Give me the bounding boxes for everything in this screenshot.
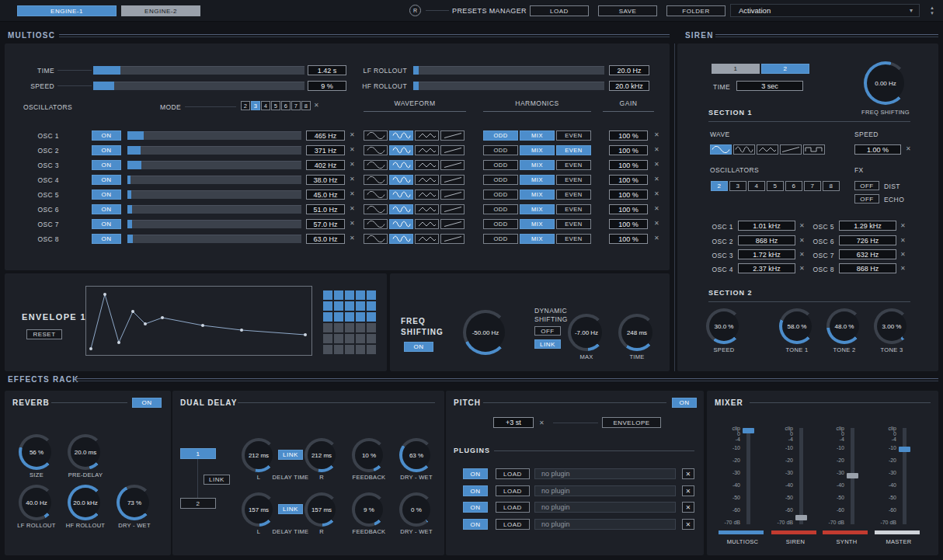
- close-icon[interactable]: ✕: [350, 146, 355, 154]
- plugin-load-button[interactable]: LOAD: [496, 502, 530, 513]
- spinner-down-icon[interactable]: ▼: [930, 11, 934, 16]
- plugin-remove-button[interactable]: ✕: [682, 519, 694, 530]
- harmonics-mix-button[interactable]: MIX: [520, 175, 555, 185]
- save-button[interactable]: SAVE: [598, 5, 657, 16]
- siren-osc-option-4[interactable]: 4: [748, 181, 765, 191]
- harmonics-even-button[interactable]: EVEN: [556, 204, 591, 214]
- osc-frequency-value[interactable]: 402 Hz: [306, 160, 345, 170]
- waveform-sine-button[interactable]: [364, 219, 388, 229]
- delay-lines-link-button[interactable]: LINK: [204, 475, 230, 485]
- fader-handle[interactable]: [899, 447, 910, 452]
- osc-frequency-slider[interactable]: [127, 220, 301, 228]
- siren-tone1-knob[interactable]: 58.0 %: [779, 308, 815, 344]
- siren-tab-1[interactable]: 1: [712, 64, 760, 74]
- osc-on-button[interactable]: ON: [92, 130, 121, 141]
- siren-osc-value[interactable]: 1.72 kHz: [738, 249, 795, 259]
- pitch-on-button[interactable]: ON: [672, 398, 697, 408]
- time-value[interactable]: 1.42 s: [308, 65, 346, 75]
- close-icon[interactable]: ✕: [799, 237, 805, 245]
- harmonics-even-button[interactable]: EVEN: [556, 219, 591, 229]
- reverb-hf-rollout-knob[interactable]: 20.0 kHz: [68, 485, 103, 520]
- siren-osc-value[interactable]: 1.01 kHz: [738, 221, 795, 231]
- harmonics-even-button[interactable]: EVEN: [556, 234, 591, 244]
- osc-on-button[interactable]: ON: [92, 160, 121, 170]
- r-button[interactable]: R: [409, 5, 421, 16]
- plugin-load-button[interactable]: LOAD: [496, 468, 530, 479]
- waveform-sine-button[interactable]: [364, 190, 388, 200]
- harmonics-odd-button[interactable]: ODD: [483, 204, 518, 214]
- delay1-feedback-knob[interactable]: 10 %: [352, 438, 386, 472]
- close-icon[interactable]: ✕: [654, 176, 659, 183]
- osc-frequency-value[interactable]: 57.0 Hz: [306, 219, 345, 229]
- osc-gain-value[interactable]: 100 %: [609, 145, 648, 155]
- waveform-ramp-button[interactable]: [440, 234, 465, 244]
- waveform-sine-button[interactable]: [364, 130, 388, 141]
- hf-rollout-slider[interactable]: [413, 82, 604, 90]
- close-icon[interactable]: ✕: [654, 220, 659, 228]
- siren-wave-sine-button[interactable]: [710, 144, 732, 155]
- waveform-triangle-button[interactable]: [415, 145, 439, 155]
- osc-frequency-value[interactable]: 38.0 Hz: [306, 175, 345, 185]
- siren-speed-value[interactable]: 1.00 %: [854, 144, 901, 155]
- close-icon[interactable]: ✕: [799, 265, 805, 273]
- waveform-ramp-button[interactable]: [440, 204, 465, 214]
- engine-1-tab[interactable]: ENGINE-1: [17, 5, 117, 16]
- lf-rollout-value[interactable]: 20.0 Hz: [609, 65, 649, 75]
- close-icon[interactable]: ✕: [350, 161, 355, 169]
- osc-frequency-slider[interactable]: [127, 176, 301, 184]
- siren-osc-option-3[interactable]: 3: [729, 181, 746, 191]
- harmonics-mix-button[interactable]: MIX: [520, 204, 555, 214]
- plugin-on-button[interactable]: ON: [463, 502, 488, 513]
- waveform-sine2-button[interactable]: [389, 130, 413, 141]
- plugin-remove-button[interactable]: ✕: [682, 502, 694, 513]
- close-icon[interactable]: ✕: [654, 190, 659, 198]
- osc-frequency-value[interactable]: 63.0 Hz: [306, 234, 345, 244]
- waveform-ramp-button[interactable]: [440, 130, 465, 141]
- plugin-name-field[interactable]: no plugin: [534, 519, 676, 530]
- harmonics-mix-button[interactable]: MIX: [520, 234, 555, 244]
- waveform-ramp-button[interactable]: [440, 145, 465, 155]
- close-icon[interactable]: ✕: [799, 222, 805, 230]
- close-icon[interactable]: ✕: [350, 131, 355, 139]
- waveform-sine2-button[interactable]: [389, 204, 413, 214]
- mode-option-5[interactable]: 5: [271, 101, 280, 110]
- envelope-step-grid[interactable]: [323, 290, 376, 354]
- siren-osc-value[interactable]: 726 Hz: [839, 235, 896, 245]
- siren-tone2-knob[interactable]: 48.0 %: [826, 308, 862, 344]
- osc-frequency-slider[interactable]: [127, 146, 301, 155]
- waveform-sine2-button[interactable]: [389, 160, 413, 170]
- plugin-name-field[interactable]: no plugin: [534, 468, 676, 479]
- mode-option-3[interactable]: 3: [251, 101, 260, 110]
- siren-speed-knob[interactable]: 30.0 %: [706, 308, 742, 344]
- osc-gain-value[interactable]: 100 %: [609, 234, 648, 244]
- close-icon[interactable]: ✕: [654, 131, 659, 139]
- waveform-triangle-button[interactable]: [415, 204, 439, 214]
- fader-handle[interactable]: [743, 428, 754, 433]
- osc-frequency-slider[interactable]: [127, 235, 301, 243]
- delay-line-1-button[interactable]: 1: [180, 448, 216, 459]
- lf-rollout-slider[interactable]: [413, 66, 604, 75]
- plugin-on-button[interactable]: ON: [463, 468, 488, 479]
- delay1-right-time-knob[interactable]: 212 ms: [304, 438, 339, 472]
- harmonics-mix-button[interactable]: MIX: [520, 130, 555, 141]
- preset-spinner[interactable]: ▲ ▼: [926, 3, 938, 18]
- harmonics-mix-button[interactable]: MIX: [520, 190, 555, 200]
- close-icon[interactable]: ✕: [654, 205, 659, 213]
- freq-shifting-on-button[interactable]: ON: [404, 342, 433, 352]
- waveform-sine-button[interactable]: [364, 234, 388, 244]
- siren-freq-shift-knob[interactable]: 0.00 Hz: [864, 61, 907, 105]
- delay1-left-time-knob[interactable]: 212 ms: [242, 438, 276, 472]
- siren-wave-square-button[interactable]: [803, 144, 825, 155]
- waveform-sine2-button[interactable]: [389, 175, 413, 185]
- speed-value[interactable]: 9 %: [308, 81, 346, 91]
- waveform-sine-button[interactable]: [364, 175, 388, 185]
- close-icon[interactable]: ✕: [799, 251, 805, 259]
- siren-osc-value[interactable]: 868 Hz: [839, 263, 896, 273]
- spinner-up-icon[interactable]: ▲: [930, 5, 934, 11]
- waveform-triangle-button[interactable]: [415, 160, 439, 170]
- close-icon[interactable]: ✕: [906, 145, 911, 153]
- waveform-ramp-button[interactable]: [440, 160, 465, 170]
- harmonics-even-button[interactable]: EVEN: [556, 145, 591, 155]
- reset-button[interactable]: RESET: [26, 329, 62, 339]
- siren-osc-option-5[interactable]: 5: [767, 181, 784, 191]
